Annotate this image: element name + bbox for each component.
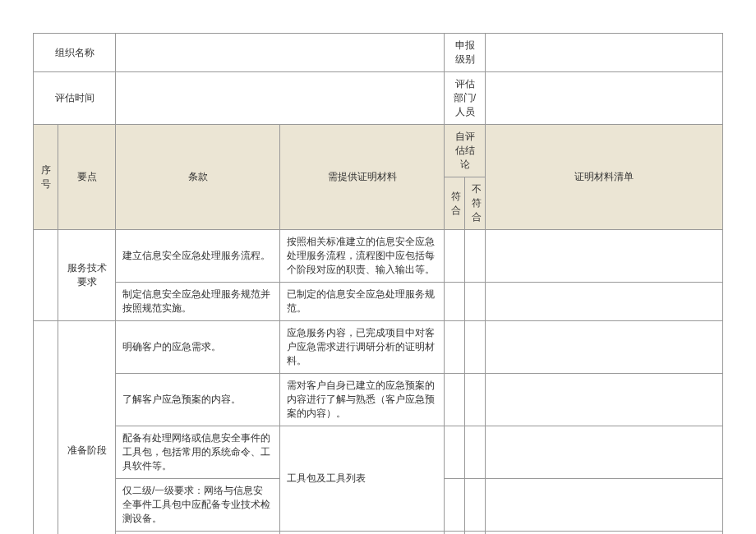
org-value <box>116 34 445 72</box>
row-conform <box>445 374 465 426</box>
row-evidence: 需对客户自身已建立的应急预案的内容进行了解与熟悉（客户应急预案的内容）。 <box>280 374 445 426</box>
time-value <box>116 72 445 125</box>
row-clause: 明确客户的应急需求。 <box>116 321 280 374</box>
row-evidence: 工具包及工具列表 <box>280 426 445 532</box>
col-list: 证明材料清单 <box>486 125 723 230</box>
row-no <box>34 230 58 321</box>
row-nonconform <box>465 532 486 535</box>
org-label: 组织名称 <box>34 34 116 72</box>
row-list <box>486 479 723 532</box>
row-list <box>486 426 723 479</box>
row-evidence: 工具包更新记录。 <box>280 532 445 535</box>
row-list <box>486 230 723 283</box>
row-clause: 了解客户应急预案的内容。 <box>116 374 280 426</box>
row-nonconform <box>465 374 486 426</box>
row-clause: 工具包应定期更新。 <box>116 532 280 535</box>
row-clause: 配备有处理网络或信息安全事件的工具包，包括常用的系统命令、工具软件等。 <box>116 426 280 479</box>
row-no <box>34 321 58 535</box>
col-self-eval: 自评估结论 <box>445 125 486 177</box>
col-nonconform: 不符合 <box>465 177 486 230</box>
row-nonconform <box>465 283 486 321</box>
time-label: 评估时间 <box>34 72 116 125</box>
dept-value <box>486 72 723 125</box>
meta-row-2: 评估时间 评估部门/人员 <box>34 72 723 125</box>
row-evidence: 已制定的信息安全应急处理服务规范。 <box>280 283 445 321</box>
row-list <box>486 283 723 321</box>
row-conform <box>445 230 465 283</box>
table-row: 制定信息安全应急处理服务规范并按照规范实施。 已制定的信息安全应急处理服务规范。 <box>34 283 723 321</box>
row-list <box>486 374 723 426</box>
level-value <box>486 34 723 72</box>
row-conform <box>445 479 465 532</box>
row-point: 准备阶段 <box>58 321 116 535</box>
table-row: 准备阶段 明确客户的应急需求。 应急服务内容，已完成项目中对客户应急需求进行调研… <box>34 321 723 374</box>
row-conform <box>445 321 465 374</box>
table-row: 服务技术要求 建立信息安全应急处理服务流程。 按照相关标准建立的信息安全应急处理… <box>34 230 723 283</box>
evaluation-table: 组织名称 申报级别 评估时间 评估部门/人员 序号 要点 条款 需提供证明材料 … <box>33 33 723 534</box>
row-clause: 建立信息安全应急处理服务流程。 <box>116 230 280 283</box>
col-no: 序号 <box>34 125 58 230</box>
row-clause: 仅二级/一级要求：网络与信息安全事件工具包中应配备专业技术检测设备。 <box>116 479 280 532</box>
row-list <box>486 532 723 535</box>
table-row: 配备有处理网络或信息安全事件的工具包，包括常用的系统命令、工具软件等。 工具包及… <box>34 426 723 479</box>
row-evidence: 应急服务内容，已完成项目中对客户应急需求进行调研分析的证明材料。 <box>280 321 445 374</box>
row-point: 服务技术要求 <box>58 230 116 321</box>
row-clause: 制定信息安全应急处理服务规范并按照规范实施。 <box>116 283 280 321</box>
table-row: 了解客户应急预案的内容。 需对客户自身已建立的应急预案的内容进行了解与熟悉（客户… <box>34 374 723 426</box>
level-label: 申报级别 <box>445 34 486 72</box>
dept-label: 评估部门/人员 <box>445 72 486 125</box>
col-point: 要点 <box>58 125 116 230</box>
header-row-1: 序号 要点 条款 需提供证明材料 自评估结论 证明材料清单 <box>34 125 723 177</box>
row-conform <box>445 426 465 479</box>
row-conform <box>445 532 465 535</box>
col-conform: 符合 <box>445 177 465 230</box>
row-nonconform <box>465 230 486 283</box>
row-nonconform <box>465 321 486 374</box>
col-evidence: 需提供证明材料 <box>280 125 445 230</box>
table-row: 工具包应定期更新。 工具包更新记录。 <box>34 532 723 535</box>
row-nonconform <box>465 479 486 532</box>
row-conform <box>445 283 465 321</box>
row-nonconform <box>465 426 486 479</box>
col-clause: 条款 <box>116 125 280 230</box>
meta-row-1: 组织名称 申报级别 <box>34 34 723 72</box>
row-evidence: 按照相关标准建立的信息安全应急处理服务流程，流程图中应包括每个阶段对应的职责、输… <box>280 230 445 283</box>
row-list <box>486 321 723 374</box>
